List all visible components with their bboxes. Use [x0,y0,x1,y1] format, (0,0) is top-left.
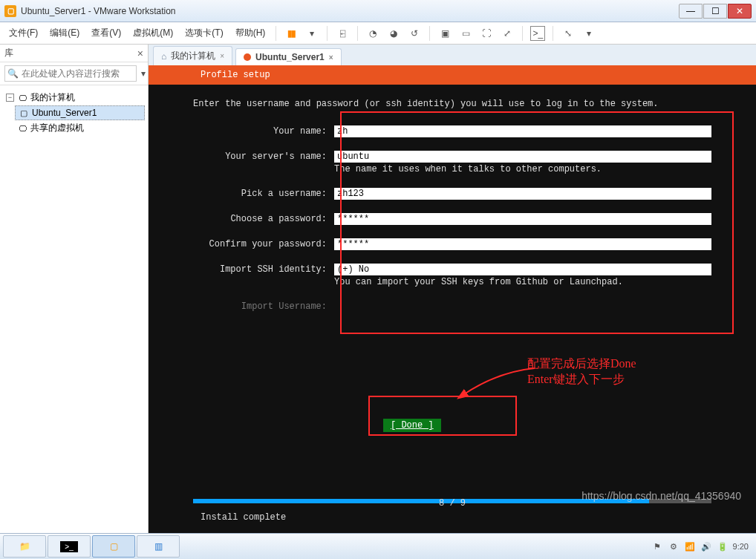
label-username: Pick a username: [193,188,334,200]
titlebar: ▢ Ubuntu_Server1 - VMware Workstation — … [0,0,756,22]
annotation-line2: Enter键进入下一步 [527,372,636,388]
tree-shared[interactable]: − 🖵 共享的虚拟机 [3,120,145,136]
console-icon[interactable]: >_ [530,26,545,41]
sidebar: 库 × 🔍 ▾ − 🖵 我的计算机 ▢ Ubuntu_Server1 − 🖵 [0,45,149,533]
done-button[interactable]: [ Done ] [383,419,441,432]
menu-tabs[interactable]: 选项卡(T) [180,24,227,42]
label-your-name: Your name: [193,125,334,137]
tray-time[interactable]: 9:20 [733,542,749,551]
tree-root[interactable]: − 🖵 我的计算机 [3,90,145,105]
input-server-name[interactable]: ubuntu [334,151,711,163]
vm-console[interactable]: Profile setup Enter the username and pas… [149,65,756,533]
pause-icon[interactable]: ▮▮ [284,26,299,41]
annotation: 配置完成后选择Done Enter键进入下一步 [527,356,636,388]
input-confirm[interactable]: ****** [334,238,711,250]
folder-icon: 📁 [19,541,30,552]
installer-heading: Profile setup [149,65,756,85]
tray-flag-icon[interactable]: ⚑ [651,540,663,552]
input-your-name[interactable]: zh [334,125,711,137]
expand-icon[interactable]: ⤡ [561,26,576,41]
search-dropdown-icon[interactable]: ▾ [141,66,146,81]
minimize-button[interactable]: — [679,4,703,19]
watermark: https://blog.csdn.net/qq_41356940 [581,490,741,502]
tab-close-icon[interactable]: × [329,53,333,62]
content-area: ⌂ 我的计算机 × Ubuntu_Server1 × Profile setup… [149,45,756,533]
computer-icon: 🖵 [17,93,27,103]
tab-home[interactable]: ⌂ 我的计算机 × [153,46,232,65]
revert-icon[interactable]: ↺ [407,26,422,41]
hint-server-name: The name it uses when it talks to other … [334,164,711,174]
shared-icon: 🖵 [17,123,27,134]
taskbar-explorer[interactable]: 📁 [3,535,46,558]
tray-battery-icon[interactable]: 🔋 [717,540,729,552]
dropdown-icon[interactable]: ▾ [304,26,319,41]
tray-shield-icon[interactable]: ⚙ [668,540,680,552]
dropdown2-icon[interactable]: ▾ [581,26,596,41]
window-title: Ubuntu_Server1 - VMware Workstation [21,6,678,16]
menu-file[interactable]: 文件(F) [4,24,42,42]
hint-ssh: You can import your SSH keys from Github… [334,277,711,287]
search-icon: 🔍 [7,68,19,79]
label-server-name: Your server's name: [193,151,334,163]
sidebar-header: 库 × [0,45,148,62]
ubuntu-icon [244,53,251,61]
label-confirm: Confirm your password: [193,238,334,250]
input-ssh[interactable]: (+) No [334,264,711,275]
input-password[interactable]: ****** [334,213,711,225]
sidebar-close-icon[interactable]: × [137,48,143,59]
tray-sound-icon[interactable]: 🔊 [700,540,712,552]
collapse-icon[interactable]: − [6,94,14,102]
systray: ⚑ ⚙ 📶 🔊 🔋 9:20 [651,540,753,552]
vm-icon: ▢ [19,108,29,118]
unity-icon[interactable]: ▣ [437,26,452,41]
annotation-line1: 配置完成后选择Done [527,356,636,372]
taskbar-terminal[interactable]: >_ [48,535,91,558]
vmware-tb-icon: ▢ [110,541,118,552]
stretch-icon[interactable]: ⤢ [500,26,515,41]
search-input[interactable] [4,65,137,82]
tree-vm-label: Ubuntu_Server1 [32,108,97,118]
snapshot-manager-icon[interactable]: ◕ [386,26,401,41]
tabstrip: ⌂ 我的计算机 × Ubuntu_Server1 × [149,45,756,65]
fullscreen-icon[interactable]: ▭ [458,26,473,41]
close-button[interactable]: ✕ [728,4,752,19]
tree-shared-label: 共享的虚拟机 [30,122,84,134]
installer-intro: Enter the username and password (or ssh … [193,98,711,111]
taskbar: 📁 >_ ▢ ▥ ⚑ ⚙ 📶 🔊 🔋 9:20 [0,533,756,559]
terminal-icon: >_ [60,541,77,552]
window-controls: — ☐ ✕ [678,4,752,19]
tab-vm-label: Ubuntu_Server1 [255,52,325,62]
maximize-button[interactable]: ☐ [703,4,727,19]
label-import-user: Import Username: [193,301,334,313]
snapshot-icon[interactable]: ◔ [365,26,380,41]
menu-view[interactable]: 查看(V) [87,24,126,42]
label-password: Choose a password: [193,213,334,225]
taskbar-vmware[interactable]: ▢ [92,535,135,558]
home-icon: ⌂ [161,51,166,62]
menu-edit[interactable]: 编辑(E) [45,24,84,42]
app-icon: ▥ [154,541,163,552]
fit-guest-icon[interactable]: ⛶ [479,26,494,41]
tree-root-label: 我的计算机 [30,91,75,104]
tray-network-icon[interactable]: 📶 [684,540,696,552]
label-ssh: Import SSH identity: [193,264,334,275]
menu-vm[interactable]: 虚拟机(M) [128,24,177,42]
tab-close-icon[interactable]: × [220,52,224,60]
vmware-icon: ▢ [4,5,16,17]
menubar: 文件(F) 编辑(E) 查看(V) 虚拟机(M) 选项卡(T) 帮助(H) ▮▮… [0,22,756,45]
status-line: Install complete [201,512,286,523]
sidebar-title: 库 [4,47,13,59]
tab-home-label: 我的计算机 [171,50,215,62]
taskbar-app[interactable]: ▥ [137,535,180,558]
input-username[interactable]: zh123 [334,188,711,200]
library-tree: − 🖵 我的计算机 ▢ Ubuntu_Server1 − 🖵 共享的虚拟机 [0,85,148,140]
menu-help[interactable]: 帮助(H) [231,24,270,42]
send-ctrl-alt-del-icon[interactable]: ⍇ [335,26,350,41]
arrow-icon [453,361,542,405]
tab-vm[interactable]: Ubuntu_Server1 × [235,48,342,65]
tree-vm-ubuntu[interactable]: ▢ Ubuntu_Server1 [15,105,145,120]
